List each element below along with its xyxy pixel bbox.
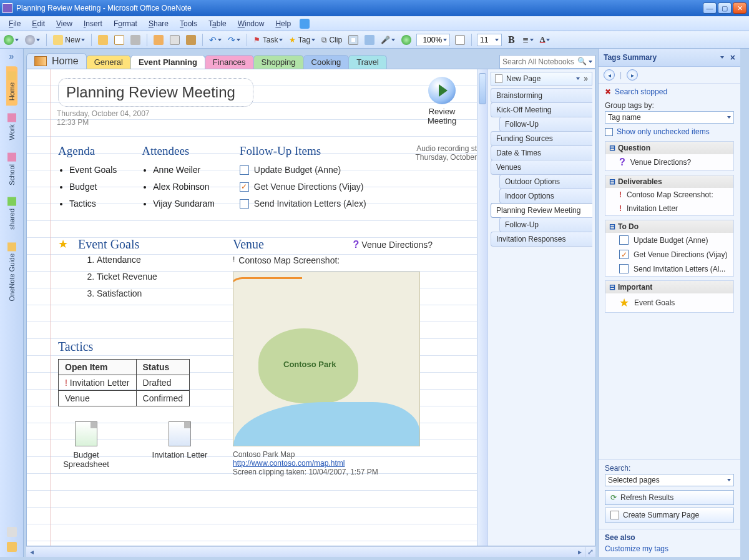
new-subpage-button[interactable]: » [584,74,588,83]
new-button[interactable]: New [52,34,86,46]
zoom-control[interactable] [416,34,450,46]
task-button[interactable]: ⚑ Task [252,34,284,46]
notebook-tab-shared[interactable]: shared [6,192,17,235]
pane-close-button[interactable]: × [730,52,735,62]
search-input[interactable] [502,57,577,66]
tag-group-header[interactable]: ⊟ Important [605,281,733,293]
menu-tools[interactable]: Tools [175,18,202,29]
vertical-scrollbar[interactable] [477,69,487,546]
tag-item[interactable]: ?Venue Directions? [605,154,733,170]
create-summary-page-button[interactable]: Create Summary Page [605,508,734,523]
search-all-notebooks[interactable]: 🔍 [499,55,595,69]
full-page-view-button[interactable]: ⤢ [585,547,595,557]
page-tab[interactable]: Invitation Responses [491,232,592,247]
menu-format[interactable]: Format [109,18,142,29]
search-scope-select[interactable]: Selected pages [605,474,734,486]
horizontal-scrollbar[interactable]: ◂▸ ⤢ [26,546,595,557]
note-page[interactable]: Review Meeting Audio recording st Thursd… [27,69,477,546]
undo-button[interactable]: ↶ [208,34,223,46]
new-page-button[interactable]: New Page » [491,72,592,86]
page-tab[interactable]: Date & Times [491,145,592,160]
todo-checkbox[interactable] [240,165,249,175]
mail-button[interactable] [113,34,125,46]
todo-checkbox[interactable] [619,250,629,259]
tag-button[interactable]: ★ Tag [288,34,316,46]
copy-button[interactable] [169,34,181,46]
page-tab[interactable]: Outdoor Options [499,174,592,189]
show-unchecked-checkbox[interactable] [605,128,613,136]
todo-checkbox[interactable] [619,235,629,245]
page-title-container[interactable]: Planning Review Meeting [58,78,253,107]
section-tab-travel[interactable]: Travel [348,55,387,69]
menu-view[interactable]: View [51,18,77,29]
table-button[interactable] [347,34,360,46]
maximize-button[interactable]: ▢ [718,2,732,14]
attachment-budget-spreadsheet[interactable]: Budget Spreadsheet [58,421,114,469]
tag-group-header[interactable]: ⊟ To Do [605,220,733,233]
menu-share[interactable]: Share [144,18,174,29]
all-notebooks-button[interactable] [6,541,18,553]
tag-item[interactable]: !Contoso Map Screenshot: [605,188,733,202]
audio-button[interactable]: 🎤 [379,34,396,46]
calculator-button[interactable] [363,34,376,46]
section-tab-general[interactable]: General [86,55,131,69]
menu-file[interactable]: File [4,18,26,29]
zoom-out-button[interactable] [454,34,466,46]
customize-tags-link[interactable]: Customize my tags [605,544,668,553]
expand-sidebar-button[interactable]: » [9,51,14,61]
page-tab[interactable]: Venues [491,160,592,175]
paste-button[interactable] [185,34,197,46]
back-button[interactable] [2,34,20,46]
bold-button[interactable]: B [506,34,517,46]
font-size-input[interactable] [480,36,494,44]
close-button[interactable]: ✕ [733,2,747,14]
menu-window[interactable]: Window [233,18,270,29]
forward-button[interactable] [24,34,41,46]
help-launcher-icon[interactable] [300,19,310,29]
unfiled-notes-button[interactable] [6,526,18,538]
map-link[interactable]: http://www.contoso.com/map.html [233,459,345,468]
zoom-input[interactable] [419,36,442,44]
cut-button[interactable] [152,34,165,46]
tag-group-header[interactable]: ⊟ Deliverables [605,175,733,188]
notebook-home[interactable]: Home [26,53,87,69]
pane-menu-button[interactable] [720,56,724,59]
page-tab[interactable]: Indoor Options [499,189,592,204]
menu-edit[interactable]: Edit [27,18,50,29]
pane-back-button[interactable]: ◂ [604,69,615,81]
menu-help[interactable]: Help [270,18,296,29]
notebook-tab-school[interactable]: School [6,148,17,190]
tag-item[interactable]: Get Venue Directions (Vijay) [605,247,733,262]
menu-insert[interactable]: Insert [79,18,107,29]
open-button[interactable] [97,34,109,46]
menu-table[interactable]: Table [203,18,232,29]
group-tags-select[interactable]: Tag name [605,111,734,124]
redo-button[interactable]: ↷ [227,34,242,46]
font-color-button[interactable]: A [539,34,552,46]
notebook-tab-work[interactable]: Work [6,108,17,145]
tag-item[interactable]: ★Event Goals [605,293,733,312]
pane-forward-button[interactable]: ▸ [627,69,638,81]
bullets-button[interactable]: ≣ [521,34,535,46]
todo-checkbox[interactable] [240,199,249,209]
page-tab[interactable]: Follow-Up [499,117,592,132]
search-icon[interactable]: 🔍 [577,57,587,67]
minimize-button[interactable]: — [703,2,717,14]
page-tab[interactable]: Follow-Up [499,217,592,232]
notebook-tab-guide[interactable]: OneNote Guide [6,237,17,306]
page-tab[interactable]: Planning Review Meeting [491,203,592,218]
page-tab[interactable]: Brainstorming [491,88,592,103]
todo-checkbox[interactable] [619,264,629,273]
notebook-tab-home[interactable]: Home [6,66,17,106]
section-tab-cooking[interactable]: Cooking [303,55,350,69]
page-tab[interactable]: Kick-Off Meeting [491,102,592,117]
clip-button[interactable]: ⧉ Clip [320,34,343,46]
audio-recording-attachment[interactable]: Review Meeting [423,77,461,125]
tag-item[interactable]: !Invitation Letter [605,202,733,215]
page-tab[interactable]: Funding Sources [491,131,592,146]
tag-item[interactable]: Update Budget (Anne) [605,233,733,247]
section-tab-finances[interactable]: Finances [205,55,254,69]
section-tab-shopping[interactable]: Shopping [253,55,304,69]
research-button[interactable] [400,34,413,46]
print-button[interactable] [129,34,142,46]
